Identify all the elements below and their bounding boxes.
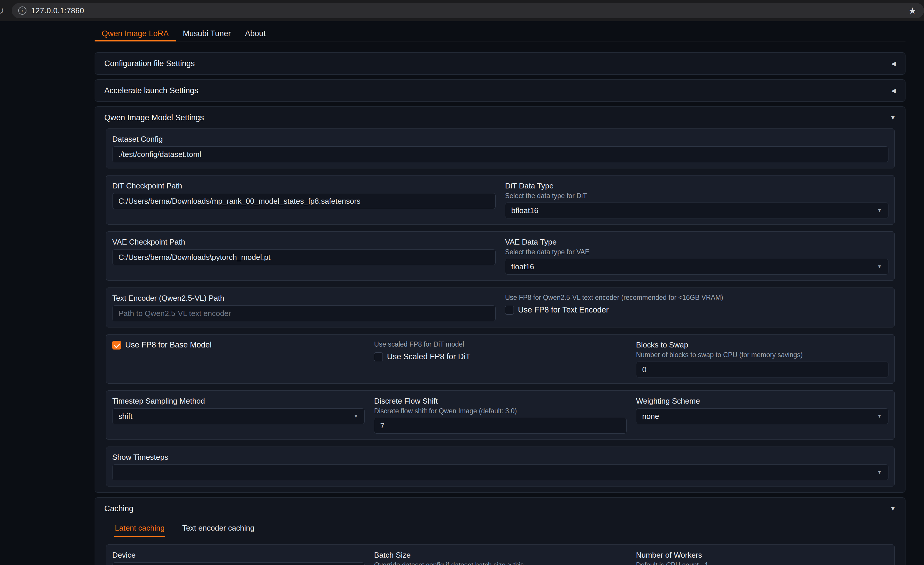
caching-content: Device Batch Size Override dataset confi… xyxy=(95,537,905,565)
blocks-to-swap-input[interactable] xyxy=(636,362,888,377)
use-scaled-fp8-dit-checkbox[interactable]: Use Scaled FP8 for DiT xyxy=(374,352,626,361)
model-settings-content: Dataset Config DiT Checkpoint Path DiT D… xyxy=(95,128,905,492)
vae-checkpoint-input[interactable] xyxy=(112,249,496,265)
url-text: 127.0.0.1:7860 xyxy=(31,6,84,15)
vae-dtype-block: VAE Data Type Select the data type for V… xyxy=(505,237,888,275)
flow-shift-label: Discrete Flow Shift xyxy=(374,397,626,406)
group-dit: DiT Checkpoint Path DiT Data Type Select… xyxy=(106,175,895,225)
dit-dtype-label: DiT Data Type xyxy=(505,181,888,190)
vae-checkpoint-label: VAE Checkpoint Path xyxy=(112,237,496,246)
accordion-caching-header[interactable]: Caching ▼ xyxy=(95,498,905,520)
fp8-scaled-block: Use scaled FP8 for DiT model Use Scaled … xyxy=(374,340,626,377)
checkbox-label: Use FP8 for Text Encoder xyxy=(518,305,609,314)
batch-size-info: Override dataset config if dataset batch… xyxy=(374,561,626,565)
tab-about[interactable]: About xyxy=(238,27,273,41)
group-dataset-config: Dataset Config xyxy=(106,128,895,168)
fp8-text-encoder-block: Use FP8 for Qwen2.5-VL text encoder (rec… xyxy=(505,294,888,321)
accordion-title: Accelerate launch Settings xyxy=(104,86,198,95)
group-latent-caching: Device Batch Size Override dataset confi… xyxy=(106,544,895,565)
dit-checkpoint-block: DiT Checkpoint Path xyxy=(112,181,496,218)
accordion-configuration-file-settings-header[interactable]: Configuration file Settings ◀ xyxy=(95,53,905,74)
num-workers-block: Number of Workers Default is CPU count -… xyxy=(636,551,888,565)
vae-dtype-dropdown[interactable]: float16 ▼ xyxy=(505,259,888,275)
vae-checkpoint-block: VAE Checkpoint Path xyxy=(112,237,496,275)
num-workers-info: Default is CPU count - 1 xyxy=(636,561,888,565)
blocks-to-swap-block: Blocks to Swap Number of blocks to swap … xyxy=(636,340,888,377)
flow-shift-block: Discrete Flow Shift Discrete flow shift … xyxy=(374,397,626,434)
dropdown-caret-icon: ▼ xyxy=(877,413,882,419)
collapse-arrow-icon: ◀ xyxy=(891,87,896,94)
dropdown-value: float16 xyxy=(511,262,534,271)
flow-shift-input[interactable] xyxy=(374,418,626,434)
accordion-configuration-file-settings: Configuration file Settings ◀ xyxy=(94,52,906,75)
checkbox-label: Use Scaled FP8 for DiT xyxy=(387,352,470,361)
tab-musubi-tuner[interactable]: Musubi Tuner xyxy=(176,27,238,41)
device-input[interactable] xyxy=(112,562,364,565)
accordion-title: Caching xyxy=(104,504,134,513)
fp8-scaled-info: Use scaled FP8 for DiT model xyxy=(374,340,626,348)
dit-checkpoint-label: DiT Checkpoint Path xyxy=(112,181,496,190)
accordion-qwen-image-model-settings-header[interactable]: Qwen Image Model Settings ▼ xyxy=(95,107,905,128)
accordion-caching: Caching ▼ Latent caching Text encoder ca… xyxy=(94,497,906,565)
dropdown-value: bfloat16 xyxy=(511,206,538,215)
fp8-base-block: Use FP8 for Base Model xyxy=(112,340,364,377)
group-sampling: Timestep Sampling Method shift ▼ Discret… xyxy=(106,391,895,440)
weighting-scheme-dropdown[interactable]: none ▼ xyxy=(636,408,888,424)
text-encoder-path-input[interactable] xyxy=(112,305,496,321)
dit-dtype-info: Select the data type for DiT xyxy=(505,192,888,200)
show-timesteps-dropdown[interactable]: ▼ xyxy=(112,464,888,480)
group-fp8-options: Use FP8 for Base Model Use scaled FP8 fo… xyxy=(106,334,895,384)
expand-arrow-icon: ▼ xyxy=(890,505,896,512)
timestep-sampling-block: Timestep Sampling Method shift ▼ xyxy=(112,397,364,434)
group-show-timesteps: Show Timesteps ▼ xyxy=(106,446,895,487)
dit-dtype-dropdown[interactable]: bfloat16 ▼ xyxy=(505,203,888,218)
expand-arrow-icon: ▼ xyxy=(890,114,896,121)
checkbox-box xyxy=(505,306,514,314)
fp8-text-encoder-info: Use FP8 for Qwen2.5-VL text encoder (rec… xyxy=(505,294,888,301)
app-page: Qwen Image LoRA Musubi Tuner About Confi… xyxy=(0,21,924,565)
weighting-scheme-label: Weighting Scheme xyxy=(636,397,888,406)
text-encoder-path-block: Text Encoder (Qwen2.5-VL) Path xyxy=(112,294,496,321)
checkbox-box xyxy=(112,341,121,350)
tab-qwen-image-lora[interactable]: Qwen Image LoRA xyxy=(94,27,176,41)
checkbox-box xyxy=(374,352,383,361)
dropdown-value: none xyxy=(642,412,659,421)
text-encoder-path-label: Text Encoder (Qwen2.5-VL) Path xyxy=(112,294,496,302)
flow-shift-info: Discrete flow shift for Qwen Image (defa… xyxy=(374,407,626,415)
checkbox-label: Use FP8 for Base Model xyxy=(125,340,212,350)
dropdown-caret-icon: ▼ xyxy=(877,470,882,475)
dropdown-caret-icon: ▼ xyxy=(354,413,358,419)
use-fp8-text-encoder-checkbox[interactable]: Use FP8 for Text Encoder xyxy=(505,305,888,314)
use-fp8-base-model-checkbox[interactable]: Use FP8 for Base Model xyxy=(112,340,364,350)
main-tabs: Qwen Image LoRA Musubi Tuner About xyxy=(94,27,906,42)
device-label: Device xyxy=(112,551,364,559)
dit-dtype-block: DiT Data Type Select the data type for D… xyxy=(505,181,888,218)
show-timesteps-label: Show Timesteps xyxy=(112,453,888,461)
accordion-qwen-image-model-settings: Qwen Image Model Settings ▼ Dataset Conf… xyxy=(94,107,906,493)
accordion-title: Qwen Image Model Settings xyxy=(104,113,204,122)
num-workers-label: Number of Workers xyxy=(636,551,888,559)
group-text-encoder: Text Encoder (Qwen2.5-VL) Path Use FP8 f… xyxy=(106,287,895,328)
site-info-icon[interactable]: i xyxy=(18,6,27,15)
accordion-title: Configuration file Settings xyxy=(104,59,195,68)
batch-size-block: Batch Size Override dataset config if da… xyxy=(374,551,626,565)
accordion-accelerate-launch-settings-header[interactable]: Accelerate launch Settings ◀ xyxy=(95,80,905,101)
blocks-to-swap-info: Number of blocks to swap to CPU (for mem… xyxy=(636,351,888,359)
dropdown-value: shift xyxy=(118,412,132,421)
browser-chrome: ↻ i 127.0.0.1:7860 ★ xyxy=(0,0,924,21)
dataset-config-input[interactable] xyxy=(112,146,888,162)
address-bar[interactable]: i 127.0.0.1:7860 ★ xyxy=(12,3,924,18)
batch-size-label: Batch Size xyxy=(374,551,626,559)
tab-text-encoder-caching[interactable]: Text encoder caching xyxy=(182,521,255,537)
weighting-scheme-block: Weighting Scheme none ▼ xyxy=(636,397,888,434)
reload-icon[interactable]: ↻ xyxy=(0,5,4,17)
bookmark-star-icon[interactable]: ★ xyxy=(908,6,918,16)
tab-latent-caching[interactable]: Latent caching xyxy=(114,521,165,537)
dit-checkpoint-input[interactable] xyxy=(112,193,496,209)
device-block: Device xyxy=(112,551,364,565)
timestep-sampling-label: Timestep Sampling Method xyxy=(112,397,364,406)
timestep-sampling-dropdown[interactable]: shift ▼ xyxy=(112,408,364,424)
group-vae: VAE Checkpoint Path VAE Data Type Select… xyxy=(106,231,895,281)
caching-tabs: Latent caching Text encoder caching xyxy=(106,520,895,537)
vae-dtype-info: Select the data type for VAE xyxy=(505,248,888,256)
